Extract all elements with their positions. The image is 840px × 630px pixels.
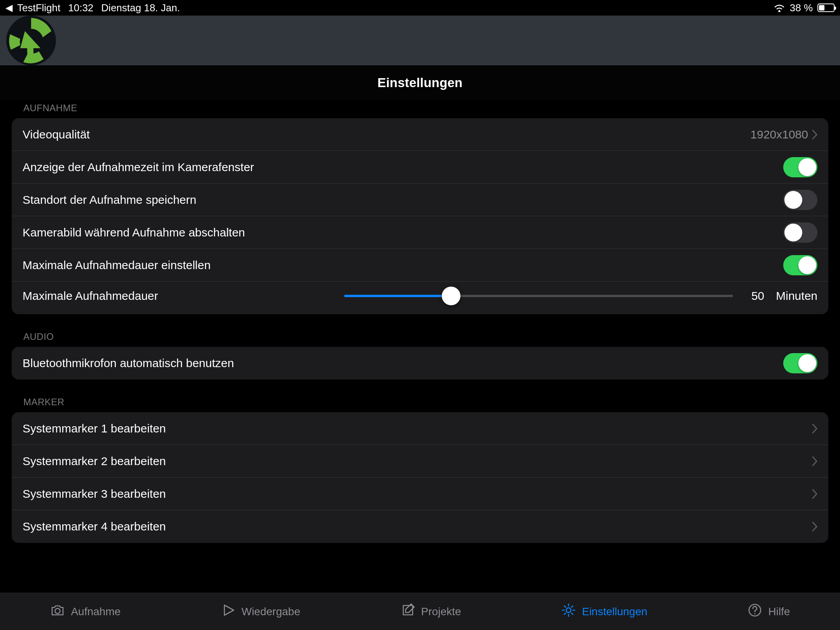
group-aufnahme: Videoqualität 1920x1080 Anzeige der Aufn… [12, 118, 828, 314]
toggle-kamera-aus[interactable] [783, 222, 817, 243]
battery-icon [817, 4, 835, 12]
label-marker-4: Systemmarker 4 bearbeiten [23, 520, 812, 533]
tab-bar: Aufnahme Wiedergabe Projekte Einstellung… [0, 593, 840, 630]
page-title: Einstellungen [378, 75, 463, 90]
label-marker-1: Systemmarker 1 bearbeiten [23, 422, 812, 435]
status-battery-pct: 38 % [790, 2, 813, 14]
page-title-bar: Einstellungen [0, 65, 840, 100]
settings-content: AUFNAHME Videoqualität 1920x1080 Anzeige… [0, 103, 840, 543]
wifi-icon [774, 4, 785, 12]
group-marker: Systemmarker 1 bearbeiten Systemmarker 2… [12, 412, 828, 543]
chevron-right-icon [812, 489, 817, 499]
tab-wiedergabe[interactable]: Wiedergabe [220, 602, 300, 621]
row-anzeige-zeit: Anzeige der Aufnahmezeit im Kamerafenste… [12, 151, 828, 184]
status-back-app[interactable]: TestFlight [17, 2, 60, 14]
row-marker-4[interactable]: Systemmarker 4 bearbeiten [12, 510, 828, 543]
row-videoqualitaet[interactable]: Videoqualität 1920x1080 [12, 118, 828, 151]
svg-point-2 [55, 609, 60, 614]
label-kamera-aus: Kamerabild während Aufnahme abschalten [23, 226, 783, 239]
play-icon [220, 602, 236, 621]
camera-icon [50, 602, 65, 621]
label-anzeige-zeit: Anzeige der Aufnahmezeit im Kamerafenste… [23, 161, 783, 174]
chevron-right-icon [812, 522, 817, 532]
app-logo-icon [6, 16, 56, 65]
tab-hilfe[interactable]: Hilfe [747, 602, 790, 621]
toggle-anzeige-zeit[interactable] [783, 157, 817, 177]
label-max-dauer: Maximale Aufnahmedauer [23, 289, 344, 303]
edit-icon [400, 602, 416, 621]
slider-max-dauer[interactable] [344, 288, 733, 304]
slider-value-max-dauer: 50 [745, 289, 764, 303]
svg-point-3 [566, 608, 571, 612]
svg-point-5 [754, 613, 756, 614]
toggle-standort-speichern[interactable] [783, 190, 817, 210]
app-header [0, 16, 840, 65]
label-marker-2: Systemmarker 2 bearbeiten [23, 455, 812, 468]
chevron-right-icon [812, 130, 817, 140]
tab-label-einstellungen: Einstellungen [582, 606, 647, 618]
row-max-einstellen: Maximale Aufnahmedauer einstellen [12, 249, 828, 282]
tab-label-hilfe: Hilfe [768, 606, 790, 618]
chevron-right-icon [812, 456, 817, 466]
tab-label-aufnahme: Aufnahme [71, 606, 121, 618]
tab-einstellungen[interactable]: Einstellungen [561, 602, 647, 621]
chevron-right-icon [812, 424, 817, 434]
section-header-aufnahme: AUFNAHME [12, 103, 828, 114]
status-time: 10:32 [68, 2, 93, 14]
tab-label-projekte: Projekte [421, 606, 461, 618]
section-header-marker: MARKER [12, 397, 828, 408]
label-max-einstellen: Maximale Aufnahmedauer einstellen [23, 259, 783, 272]
section-header-audio: AUDIO [12, 331, 828, 342]
label-bt-mic: Bluetoothmikrofon automatisch benutzen [23, 357, 783, 370]
tab-aufnahme[interactable]: Aufnahme [50, 602, 121, 621]
status-date: Dienstag 18. Jan. [101, 2, 180, 14]
row-bt-mic: Bluetoothmikrofon automatisch benutzen [12, 347, 828, 380]
back-chevron-icon[interactable]: ◀ [5, 2, 12, 13]
row-marker-2[interactable]: Systemmarker 2 bearbeiten [12, 445, 828, 478]
label-videoqualitaet: Videoqualität [23, 128, 751, 141]
svg-point-0 [779, 10, 780, 12]
label-standort-speichern: Standort der Aufnahme speichern [23, 193, 783, 206]
slider-unit-max-dauer: Minuten [776, 289, 817, 303]
help-icon [747, 602, 763, 621]
tab-projekte[interactable]: Projekte [400, 602, 461, 621]
gear-icon [561, 602, 576, 621]
row-kamera-aus: Kamerabild während Aufnahme abschalten [12, 216, 828, 249]
group-audio: Bluetoothmikrofon automatisch benutzen [12, 347, 828, 380]
row-standort-speichern: Standort der Aufnahme speichern [12, 184, 828, 216]
row-marker-1[interactable]: Systemmarker 1 bearbeiten [12, 412, 828, 445]
status-bar: ◀ TestFlight 10:32 Dienstag 18. Jan. 38 … [0, 0, 840, 16]
toggle-bt-mic[interactable] [783, 353, 817, 373]
row-max-dauer: Maximale Aufnahmedauer 50 Minuten [12, 282, 828, 314]
tab-label-wiedergabe: Wiedergabe [242, 606, 300, 618]
label-marker-3: Systemmarker 3 bearbeiten [23, 487, 812, 500]
value-videoqualitaet: 1920x1080 [751, 128, 808, 141]
toggle-max-einstellen[interactable] [783, 255, 817, 275]
row-marker-3[interactable]: Systemmarker 3 bearbeiten [12, 478, 828, 510]
